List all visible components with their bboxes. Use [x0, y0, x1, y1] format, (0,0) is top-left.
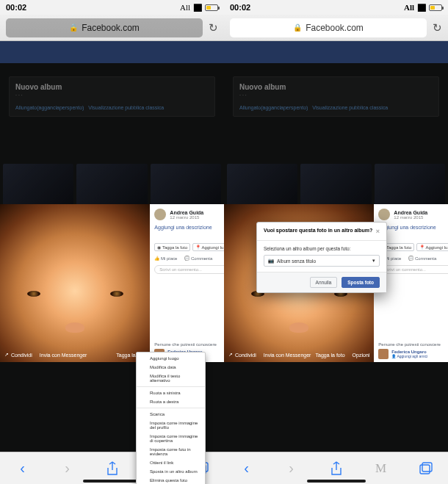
avatar[interactable]	[154, 209, 166, 220]
menu-delete-photo[interactable]: Elimina questa foto	[137, 476, 205, 484]
back-button[interactable]: ‹	[232, 460, 261, 477]
forward-button[interactable]: ›	[53, 460, 82, 477]
tag-button[interactable]: Tagga la foto	[316, 352, 345, 358]
safari-toolbar: ‹ › M	[224, 452, 448, 484]
wifi-icon	[193, 4, 202, 12]
photo-thumb[interactable]	[3, 164, 73, 208]
content-area: Nuovo album · · · Allungato(agganciapers…	[224, 41, 448, 452]
comment-button[interactable]: 💬 Commenta	[184, 256, 212, 261]
menu-set-featured[interactable]: Imposta come foto in evidenza	[137, 445, 205, 458]
menu-set-cover[interactable]: Imposta come immagine di copertina	[137, 432, 205, 445]
facebook-header	[224, 41, 448, 63]
photo-thumb[interactable]	[76, 164, 147, 208]
battery-icon	[429, 4, 442, 11]
send-button[interactable]: Invia con Messenger	[40, 352, 87, 358]
comment-input[interactable]: Scrivi un commento...	[154, 265, 230, 274]
phone-right: 00:02 All 🔒 Facebook.com ↻ Nuovo album ·…	[224, 0, 448, 484]
dialog-prompt: Seleziona un altro album per questa foto…	[264, 246, 380, 251]
viewer-sidebar: Andrea Guida 12 marzo 2015 Aggiungi una …	[150, 204, 234, 362]
viewer-footer: ↗ Condividi Invia con Messenger Tagga la…	[228, 352, 369, 358]
battery-icon	[205, 4, 218, 11]
tabs-icon[interactable]	[411, 462, 441, 475]
share-icon[interactable]	[98, 461, 127, 476]
home-indicator[interactable]	[83, 480, 142, 483]
address-field[interactable]: 🔒 Facebook.com	[6, 18, 203, 37]
dialog-title: Vuoi spostare questa foto in un altro al…	[264, 228, 372, 235]
author-name[interactable]: Andrea Guida	[394, 210, 427, 215]
menu-rotate-right[interactable]: Ruota a destra	[137, 397, 205, 406]
menu-add-location[interactable]: Aggiungi luogo	[137, 354, 205, 363]
add-location-button[interactable]: 📍 Aggiungi lu...	[416, 243, 448, 251]
reload-icon[interactable]: ↻	[433, 21, 442, 35]
viewer-footer: ↗ Condividi Invia con Messenger Tagga la…	[4, 352, 145, 358]
comment-button[interactable]: 💬 Commenta	[408, 256, 436, 261]
address-domain: Facebook.com	[82, 23, 140, 33]
photo-thumb[interactable]	[227, 164, 297, 208]
album-card: Nuovo album · · · Allungato(agganciapers…	[233, 76, 439, 117]
album-select[interactable]: 📷 Album senza titolo ▾	[264, 255, 380, 267]
share-icon[interactable]	[322, 461, 351, 476]
reload-icon[interactable]: ↻	[209, 21, 218, 35]
status-time: 00:02	[230, 3, 250, 12]
post-date: 12 marzo 2015	[170, 215, 203, 220]
address-bar: 🔒 Facebook.com ↻	[224, 15, 448, 41]
viewer-image[interactable]: ↗ Condividi Invia con Messenger Tagga la…	[0, 204, 150, 362]
like-button[interactable]: 👍 Mi piace	[154, 256, 177, 261]
phone-left: 00:02 All 🔒 Facebook.com ↻ Nuovo album ·…	[0, 0, 224, 484]
move-photo-dialog: Vuoi spostare questa foto in un altro al…	[256, 222, 387, 293]
photo-thumb[interactable]	[375, 164, 445, 208]
wifi-icon	[417, 4, 426, 12]
share-button[interactable]: ↗ Condividi	[228, 352, 256, 358]
close-icon[interactable]: ×	[376, 228, 380, 235]
address-field[interactable]: 🔒 Facebook.com	[230, 18, 427, 37]
back-button[interactable]: ‹	[8, 460, 37, 477]
menu-edit-alt-text[interactable]: Modifica il testo alternativo	[137, 372, 205, 385]
status-right: All	[180, 3, 218, 12]
add-friend-link[interactable]: 👤 Aggiungi agli amici	[391, 354, 427, 358]
add-description-link[interactable]: Aggiungi una descrizione	[154, 225, 230, 230]
move-photo-button[interactable]: Sposta foto	[342, 277, 380, 288]
avatar[interactable]	[378, 349, 389, 359]
address-domain: Facebook.com	[306, 23, 364, 33]
bookmarks-icon[interactable]: M	[366, 461, 396, 476]
address-bar: 🔒 Facebook.com ↻	[0, 15, 224, 41]
menu-move-album[interactable]: Sposta in un altro album	[137, 467, 205, 476]
post-date: 12 marzo 2015	[394, 215, 427, 220]
menu-set-profile[interactable]: Imposta come immagine del profilo	[137, 419, 205, 432]
people-suggestions: Persone che potresti conoscere Federica …	[378, 342, 448, 359]
menu-download[interactable]: Scarica	[137, 410, 205, 419]
photo-viewer: ↗ Condividi Invia con Messenger Tagga la…	[0, 204, 224, 362]
album-card: Nuovo album · · · Allungato(agganciapers…	[9, 76, 215, 117]
lock-icon: 🔒	[69, 24, 78, 32]
photo-thumb[interactable]	[300, 164, 371, 208]
photo-thumb[interactable]	[151, 164, 221, 208]
status-time: 00:02	[6, 3, 26, 12]
lock-icon: 🔒	[293, 24, 302, 32]
content-area: Nuovo album · · · Allungato(agganciapers…	[0, 41, 224, 452]
svg-rect-2	[422, 463, 432, 472]
menu-rotate-left[interactable]: Ruota a sinistra	[137, 389, 205, 397]
options-context-menu[interactable]: Aggiungi luogo Modifica data Modifica il…	[136, 352, 206, 484]
comment-input[interactable]: Scrivi un commento...	[378, 265, 448, 274]
tag-photo-button[interactable]: ◉ Tagga la foto	[154, 243, 190, 251]
author-name[interactable]: Andrea Guida	[170, 210, 203, 215]
forward-button[interactable]: ›	[277, 460, 306, 477]
menu-get-link[interactable]: Ottieni il link	[137, 458, 205, 467]
send-button[interactable]: Invia con Messenger	[264, 352, 311, 358]
facebook-header	[0, 41, 224, 63]
menu-edit-date[interactable]: Modifica data	[137, 363, 205, 372]
status-right: All	[404, 3, 442, 12]
svg-rect-3	[420, 465, 430, 474]
chevron-down-icon: ▾	[372, 258, 375, 264]
options-button[interactable]: Opzioni	[353, 352, 370, 358]
share-button[interactable]: ↗ Condividi	[4, 352, 32, 358]
avatar[interactable]	[378, 209, 390, 220]
status-bar: 00:02 All	[224, 0, 448, 15]
home-indicator[interactable]	[307, 480, 366, 483]
add-description-link[interactable]: Aggiungi una descrizione	[378, 225, 448, 230]
cancel-button[interactable]: Annulla	[310, 277, 338, 288]
status-bar: 00:02 All	[0, 0, 224, 15]
